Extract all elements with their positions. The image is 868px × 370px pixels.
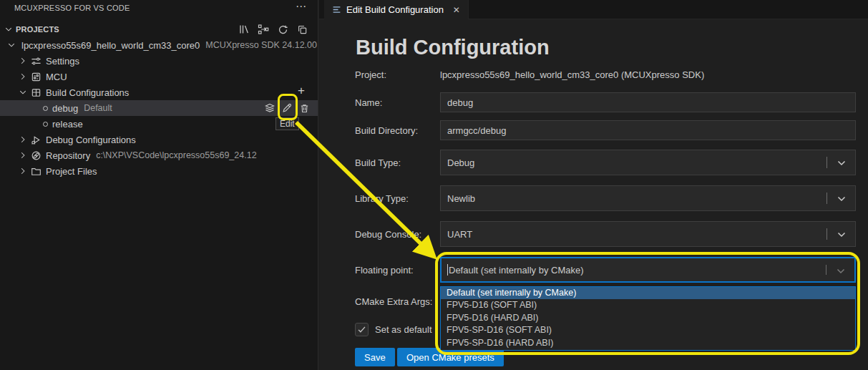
library-type-value: Newlib [447,193,475,204]
chevron-right-icon[interactable] [17,150,29,161]
chevron-right-icon[interactable] [17,134,29,145]
editor-panel: Edit Build Configuration ✕ Build Configu… [319,0,868,370]
chevron-right-icon[interactable] [17,71,29,82]
default-badge: Default [84,103,112,113]
chevron-down-icon [837,160,846,166]
build-type-select[interactable]: Debug [440,150,856,175]
name-label: Name: [355,97,439,108]
projects-actions [237,22,309,36]
floating-point-label: Floating point: [355,265,439,276]
tree-item-project-files[interactable]: Project Files [0,163,318,179]
edit-pencil-icon[interactable] [281,102,293,115]
tree-item-project-root[interactable]: lpcxpresso55s69_hello_world_cm33_core0 M… [0,37,318,53]
chevron-down-icon[interactable] [3,24,14,35]
set-as-default-checkbox[interactable] [355,323,369,336]
refresh-icon[interactable] [275,22,290,36]
layers-icon[interactable] [263,102,276,115]
settings-sliders-icon [30,55,42,67]
duplicate-icon[interactable] [295,22,309,36]
build-directory-label: Build Directory: [355,125,439,136]
tree-item-label: Debug Configurations [46,135,136,145]
config-bullet-icon [43,122,48,127]
dropdown-option[interactable]: Default (set internally by CMake) [441,287,855,299]
save-button[interactable]: Save [355,348,395,366]
library-type-label: Library Type: [355,193,439,204]
tree-item-label: Project Files [46,166,97,177]
debug-console-label: Debug Console: [355,229,439,240]
page-title: Build Configuration [356,36,550,59]
dropdown-option[interactable]: FPV5-SP-D16 (SOFT ABI) [441,324,855,336]
more-actions-icon[interactable]: ⋯ [296,0,306,13]
chevron-down-icon [837,268,845,274]
set-as-default-label: Set as default [375,324,432,335]
name-input[interactable]: debug [440,92,856,112]
dropdown-option[interactable]: FPV5-SP-D16 (HARD ABI) [441,337,855,349]
chevron-down-icon[interactable] [17,87,29,98]
floating-point-combobox[interactable]: Default (set internally by CMake) [440,257,856,283]
tree-item-mcu[interactable]: MCU [0,69,318,84]
project-label: Project: [355,69,439,80]
tree-item-label: Repository [46,150,90,161]
chevron-down-icon[interactable] [6,39,17,51]
sidebar-title: MCUXPRESSO FOR VS CODE [14,4,130,12]
chevron-down-icon [837,196,846,202]
chevron-right-icon[interactable] [17,165,29,177]
tab-title: Edit Build Configuration [346,4,444,15]
folder-icon [30,165,42,177]
floating-point-value: Default (set internally by CMake) [449,265,584,276]
build-directory-input[interactable]: armgcc/debug [440,120,856,140]
tree-item-label: MCU [46,72,67,82]
tree-item-label: debug [52,103,78,114]
dropdown-option[interactable]: FPV5-D16 (SOFT ABI) [441,299,855,311]
library-type-select[interactable]: Newlib [440,185,856,211]
text-caret [447,264,448,276]
tree-item-settings[interactable]: Settings [0,53,318,69]
tree-item-label: Build Configurations [46,87,129,98]
edit-tooltip: Edit [275,117,299,130]
project-value: lpcxpresso55s69_hello_world_cm33_core0 (… [440,69,704,80]
tree-item-repository[interactable]: Repository c:\NXP\VSCode\lpcxpresso55s69… [0,147,318,163]
floating-point-listbox: Default (set internally by CMake)FPV5-D1… [440,286,856,351]
chevron-down-icon [837,232,846,238]
tree-item-build-configurations[interactable]: Build Configurations + [0,84,318,100]
build-type-label: Build Type: [355,157,439,168]
tree-item-debug-configurations[interactable]: Debug Configurations [0,132,318,147]
tab-edit-build-configuration[interactable]: Edit Build Configuration ✕ [324,0,469,19]
library-icon[interactable] [237,22,251,36]
mcu-chip-icon [30,71,42,82]
tree-item-release-config[interactable]: release [0,116,318,132]
project-name: lpcxpresso55s69_hello_world_cm33_core0 [21,40,200,51]
projects-section-label: PROJECTS [16,25,59,34]
select-divider [826,228,827,240]
chevron-right-icon[interactable] [17,55,29,67]
tree-item-debug-config[interactable]: debug Default [0,100,318,116]
tree-item-label: Settings [46,56,79,67]
dropdown-option[interactable]: FPV5-D16 (HARD ABI) [441,312,855,324]
add-build-config-icon[interactable]: + [298,84,305,98]
app-window: MCUXPRESSO FOR VS CODE ⋯ PROJECTS [0,0,868,370]
select-divider [826,157,827,168]
trash-icon[interactable] [298,102,311,115]
sidebar: MCUXPRESSO FOR VS CODE ⋯ PROJECTS [0,0,318,370]
project-sdk-version: MCUXpresso SDK 24.12.00 [205,40,317,50]
debug-run-icon [30,134,42,145]
projects-section-header[interactable]: PROJECTS [0,21,318,37]
debug-console-value: UART [447,229,472,240]
build-type-value: Debug [447,157,474,168]
close-tab-icon[interactable]: ✕ [453,5,460,15]
webview-list-icon [332,5,341,14]
import-project-icon[interactable] [256,22,270,36]
cmake-extra-args-label: CMake Extra Args: [355,296,439,307]
repository-link-icon [30,150,42,161]
tree-item-label: release [52,119,83,130]
repository-path: c:\NXP\VSCode\lpcxpresso55s69_24.12 [96,150,256,160]
config-bullet-icon [43,106,48,111]
build-config-grid-icon [30,87,42,98]
debug-console-select[interactable]: UART [440,221,856,247]
select-divider [826,265,826,275]
select-divider [826,193,827,204]
debug-row-actions [263,100,311,116]
